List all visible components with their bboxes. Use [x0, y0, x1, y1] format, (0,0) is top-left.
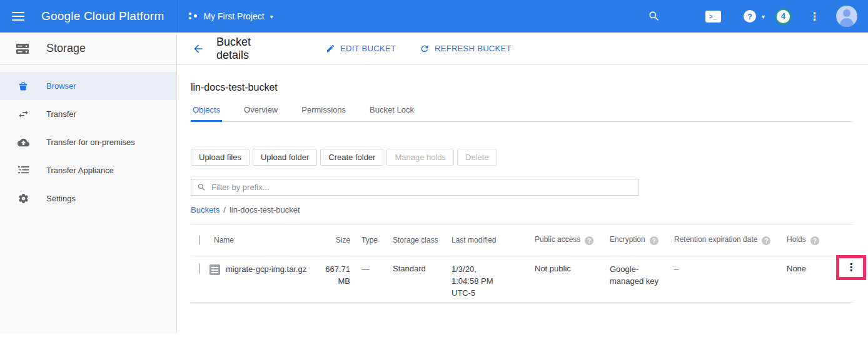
row-checkbox[interactable]	[199, 263, 200, 274]
column-retention[interactable]: Retention expiration date?	[674, 235, 787, 246]
tab-overview[interactable]: Overview	[242, 105, 280, 121]
column-storage-class[interactable]: Storage class	[393, 236, 452, 244]
help-icon[interactable]: ?	[762, 236, 770, 245]
gear-icon	[17, 193, 29, 204]
project-icon	[189, 12, 198, 21]
bucket-name-title: lin-docs-test-bucket	[191, 82, 866, 93]
sidebar-nav: Browser Transfer Transfer for on-premise…	[0, 65, 176, 213]
cell-retention: –	[674, 256, 787, 302]
breadcrumb: Buckets/lin-docs-test-bucket	[191, 205, 866, 214]
sidebar-title: Storage	[46, 42, 86, 55]
appliance-list-icon	[17, 165, 29, 176]
create-folder-button[interactable]: Create folder	[320, 149, 383, 166]
sidebar-item-label: Transfer Appliance	[46, 166, 114, 175]
sidebar: Storage Browser Transfer Transfer for on…	[0, 33, 177, 333]
cell-encryption: Google- managed key	[610, 256, 674, 302]
column-type[interactable]: Type	[350, 236, 393, 244]
cell-last-modified: 1/3/20, 1:04:58 PM UTC-5	[452, 256, 535, 302]
filter-input[interactable]	[211, 183, 633, 192]
project-name: My First Project	[203, 11, 264, 21]
tab-permissions[interactable]: Permissions	[300, 105, 348, 121]
object-name-link[interactable]: migrate-gcp-img.tar.gz	[226, 264, 306, 274]
topbar-divider	[177, 0, 178, 33]
refresh-icon	[420, 44, 430, 54]
tab-objects[interactable]: Objects	[191, 105, 222, 122]
chevron-down-icon: ▾	[270, 13, 273, 20]
help-icon[interactable]: ?	[585, 236, 593, 245]
edit-bucket-button[interactable]: EDIT BUCKET	[326, 44, 396, 53]
tab-bucket-lock[interactable]: Bucket Lock	[368, 105, 416, 121]
column-public-access[interactable]: Public access?	[535, 235, 610, 246]
sidebar-item-transfer-appliance[interactable]: Transfer Appliance	[0, 156, 176, 184]
divider	[191, 302, 854, 303]
page-title: Bucket details	[216, 36, 283, 62]
cloud-upload-icon	[17, 138, 29, 148]
object-actions: Upload files Upload folder Create folder…	[191, 149, 866, 166]
table-header-row: Name Size Type Storage class Last modifi…	[191, 224, 866, 256]
notifications-badge[interactable]: 4	[775, 9, 791, 24]
filter-field[interactable]	[191, 179, 639, 196]
page-header: Bucket details EDIT BUCKET REFRESH BUCKE…	[177, 33, 868, 65]
file-icon	[209, 264, 220, 275]
column-last-modified[interactable]: Last modified	[452, 236, 535, 244]
search-icon	[197, 183, 206, 192]
cell-public-access: Not public	[535, 256, 610, 302]
select-all-checkbox[interactable]	[199, 235, 200, 245]
breadcrumb-current: lin-docs-test-bucket	[230, 205, 300, 214]
sidebar-item-browser[interactable]: Browser	[0, 72, 176, 100]
pencil-icon	[326, 44, 335, 53]
sidebar-item-label: Browser	[46, 81, 76, 91]
product-logo: Google Cloud Platform	[41, 9, 164, 23]
sidebar-item-label: Transfer for on-premises	[46, 138, 135, 147]
storage-product-icon	[16, 42, 29, 56]
main-panel: Bucket details EDIT BUCKET REFRESH BUCKE…	[177, 33, 868, 333]
column-name[interactable]: Name	[209, 236, 316, 244]
upload-files-button[interactable]: Upload files	[191, 149, 250, 166]
cell-size: 667.71 MB	[316, 256, 350, 302]
tab-bar: Objects Overview Permissions Bucket Lock	[191, 105, 854, 122]
project-selector[interactable]: My First Project ▾	[189, 11, 273, 21]
column-holds[interactable]: Holds?	[787, 235, 836, 246]
refresh-bucket-button[interactable]: REFRESH BUCKET	[420, 44, 512, 54]
row-menu-kebab-icon[interactable]: ⋮	[846, 263, 856, 273]
menu-icon[interactable]	[12, 9, 24, 23]
annotation-highlight-box: ⋮	[836, 255, 866, 280]
sidebar-item-transfer-on-premises[interactable]: Transfer for on-premises	[0, 128, 176, 156]
cell-storage-class: Standard	[393, 256, 452, 302]
top-bar: Google Cloud Platform My First Project ▾…	[0, 0, 868, 33]
column-encryption[interactable]: Encryption?	[610, 235, 674, 246]
column-size[interactable]: Size	[316, 236, 350, 244]
table-row: migrate-gcp-img.tar.gz 667.71 MB — Stand…	[191, 256, 866, 302]
help-icon: ?	[744, 10, 756, 23]
chevron-down-icon: ▾	[762, 13, 765, 20]
sidebar-item-label: Settings	[46, 194, 76, 203]
back-arrow-icon[interactable]	[191, 41, 206, 56]
delete-button: Delete	[457, 149, 497, 166]
cell-holds: None	[787, 256, 836, 302]
avatar[interactable]	[836, 6, 857, 27]
upload-folder-button[interactable]: Upload folder	[253, 149, 317, 166]
sidebar-item-settings[interactable]: Settings	[0, 184, 176, 213]
breadcrumb-buckets-link[interactable]: Buckets	[191, 205, 220, 214]
manage-holds-button: Manage holds	[386, 149, 454, 166]
help-icon[interactable]: ?	[650, 236, 659, 245]
cell-type: —	[350, 256, 393, 302]
search-icon[interactable]	[648, 10, 660, 23]
cloud-shell-icon[interactable]: >_	[705, 11, 721, 23]
help-icon[interactable]: ?	[810, 236, 819, 245]
sidebar-header: Storage	[0, 33, 176, 65]
bucket-icon	[17, 81, 29, 92]
sidebar-item-label: Transfer	[46, 109, 76, 119]
sidebar-item-transfer[interactable]: Transfer	[0, 100, 176, 128]
help-menu[interactable]: ? ▾	[744, 10, 765, 23]
more-options-icon[interactable]: ⋮	[809, 10, 820, 23]
swap-arrows-icon	[17, 108, 29, 120]
